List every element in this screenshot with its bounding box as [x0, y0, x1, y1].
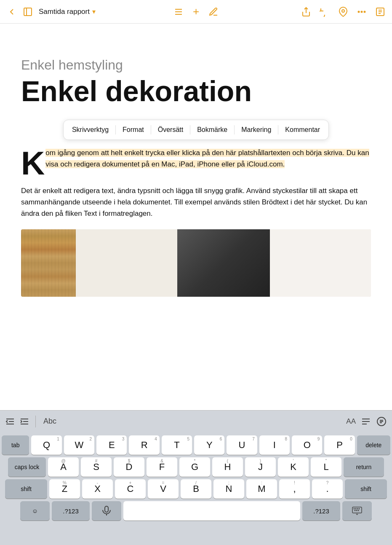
- context-menu-markering[interactable]: Markering: [235, 123, 278, 136]
- key-m[interactable]: : M: [246, 479, 277, 499]
- key-comma[interactable]: ! ,: [279, 479, 310, 499]
- keyboard: tab 1 Q 2 W 3 E 4 R 5 T 6 Y 7 U: [0, 432, 392, 545]
- context-menu: Skrivverktyg Format Översätt Bokmärke Ma…: [63, 120, 329, 140]
- back-button[interactable]: [7, 7, 17, 17]
- drop-cap-text: om igång genom att helt enkelt trycka el…: [45, 149, 369, 168]
- doc-body[interactable]: K om igång genom att helt enkelt trycka …: [21, 148, 371, 219]
- key-s[interactable]: # S: [81, 457, 112, 477]
- key-h[interactable]: ( H: [212, 457, 243, 477]
- key-w[interactable]: 2 W: [64, 435, 94, 455]
- caps-lock-key[interactable]: caps lock: [8, 457, 46, 477]
- kb-divider-1: [35, 416, 36, 427]
- kb-toolbar-right: AA: [346, 416, 387, 427]
- key-d[interactable]: $ D: [114, 457, 144, 477]
- punct-right-key[interactable]: .?123: [302, 501, 340, 521]
- key-y[interactable]: 6 Y: [194, 435, 224, 455]
- key-q[interactable]: 1 Q: [31, 435, 61, 455]
- key-row-2: caps lock @ A # S $ D & F * G ( H ) J: [2, 457, 390, 477]
- indent-decrease-button[interactable]: [5, 416, 15, 427]
- context-menu-bokmarke[interactable]: Bokmärke: [190, 123, 234, 136]
- key-k[interactable]: ' K: [278, 457, 309, 477]
- key-z[interactable]: % Z: [49, 479, 80, 499]
- document-area: Enkel hemstyling Enkel dekoration Skrivv…: [0, 24, 392, 395]
- key-f[interactable]: & F: [147, 457, 177, 477]
- key-p[interactable]: 0 P: [324, 435, 355, 455]
- key-r[interactable]: 4 R: [129, 435, 159, 455]
- sidebar-button[interactable]: [23, 7, 33, 17]
- emoji-key[interactable]: ☺: [20, 501, 50, 521]
- key-row-1: tab 1 Q 2 W 3 E 4 R 5 T 6 Y 7 U: [2, 435, 390, 455]
- key-period[interactable]: ? .: [312, 479, 343, 499]
- context-menu-kommentar[interactable]: Kommentar: [278, 123, 327, 136]
- space-key[interactable]: [123, 501, 300, 521]
- key-u[interactable]: 7 U: [227, 435, 257, 455]
- toolbar-center: +: [173, 5, 219, 18]
- delete-key[interactable]: delete: [357, 435, 390, 455]
- text-align-button[interactable]: [361, 416, 371, 427]
- key-t[interactable]: 5 T: [162, 435, 192, 455]
- pin-button[interactable]: [338, 7, 348, 17]
- kb-toolbar-left: Abc: [5, 416, 343, 427]
- doc-title-chevron: ▾: [92, 8, 96, 16]
- context-menu-format[interactable]: Format: [116, 123, 151, 136]
- list-button[interactable]: [173, 7, 184, 17]
- font-size-button[interactable]: AA: [346, 417, 356, 426]
- svg-point-7: [358, 11, 360, 12]
- shift-left-key[interactable]: shift: [5, 479, 47, 499]
- key-row-4: ☺ .?123 .?123: [2, 501, 390, 523]
- shift-right-key[interactable]: shift: [345, 479, 387, 499]
- keyboard-toolbar: Abc AA: [0, 410, 392, 432]
- image-wood: [21, 229, 76, 297]
- key-b[interactable]: / B: [181, 479, 211, 499]
- mic-key[interactable]: [92, 501, 121, 521]
- top-toolbar: Samtida rapport ▾ +: [0, 0, 392, 24]
- image-right: [270, 229, 371, 297]
- notes-button[interactable]: [375, 7, 385, 17]
- body-paragraph: Det är enkelt att redigera text, ändra t…: [21, 185, 371, 220]
- return-key[interactable]: return: [344, 457, 384, 477]
- key-v[interactable]: = V: [148, 479, 179, 499]
- tab-key[interactable]: tab: [2, 435, 29, 455]
- more-button[interactable]: [357, 7, 367, 17]
- toolbar-left: Samtida rapport ▾: [7, 7, 166, 17]
- punct-left-key[interactable]: .?123: [52, 501, 90, 521]
- undo-button[interactable]: [320, 7, 330, 17]
- key-j[interactable]: ) J: [245, 457, 276, 477]
- svg-point-8: [361, 11, 363, 12]
- key-l[interactable]: " L: [311, 457, 341, 477]
- doc-subtitle: Enkel hemstyling: [21, 57, 371, 73]
- kb-abc-label[interactable]: Abc: [43, 417, 56, 426]
- indent-increase-button[interactable]: [19, 416, 29, 427]
- svg-rect-0: [24, 8, 32, 16]
- image-dark: [177, 229, 270, 297]
- toolbar-right: [226, 7, 385, 17]
- add-button[interactable]: +: [193, 5, 199, 18]
- image-area: [21, 229, 371, 297]
- doc-title-area[interactable]: Samtida rapport ▾: [39, 8, 96, 16]
- format-options-button[interactable]: [376, 416, 387, 427]
- drop-cap: K: [21, 148, 45, 178]
- doc-title-main: Enkel dekoration: [21, 76, 371, 106]
- context-menu-oversatt[interactable]: Översätt: [151, 123, 190, 136]
- key-a[interactable]: @ A: [48, 457, 79, 477]
- image-middle: [76, 229, 177, 297]
- key-x[interactable]: - X: [82, 479, 113, 499]
- context-menu-skrivverktyg[interactable]: Skrivverktyg: [65, 123, 115, 136]
- doc-title: Samtida rapport: [39, 8, 90, 16]
- key-c[interactable]: + C: [115, 479, 146, 499]
- pencil-button[interactable]: [208, 7, 219, 17]
- key-g[interactable]: * G: [179, 457, 210, 477]
- key-i[interactable]: 8 I: [259, 435, 290, 455]
- svg-rect-26: [105, 506, 108, 512]
- share-button[interactable]: [301, 7, 311, 17]
- key-e[interactable]: 3 E: [96, 435, 127, 455]
- keyboard-hide-key[interactable]: [342, 501, 372, 521]
- svg-point-9: [364, 11, 365, 12]
- font-size-icon: AA: [346, 417, 356, 426]
- key-n[interactable]: ; N: [213, 479, 244, 499]
- svg-point-6: [342, 10, 344, 12]
- key-row-3: shift % Z - X + C = V / B ; N : M: [2, 479, 390, 499]
- key-o[interactable]: 9 O: [292, 435, 322, 455]
